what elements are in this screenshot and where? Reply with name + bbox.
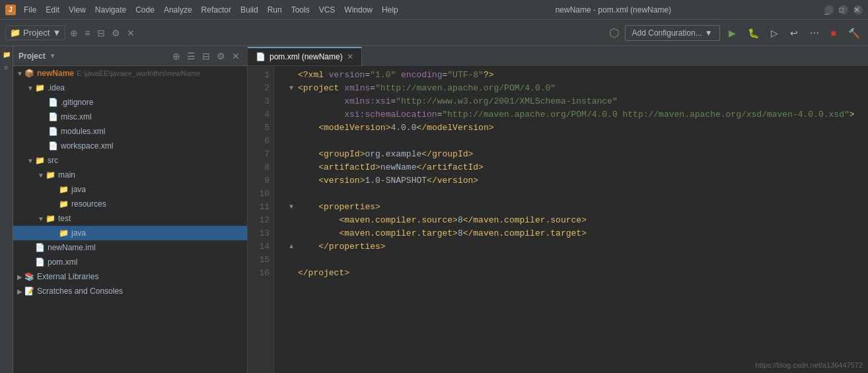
tree-add-icon[interactable]: ⊕ bbox=[68, 27, 80, 39]
menu-refactor[interactable]: Refactor bbox=[198, 4, 235, 16]
tree-test-java[interactable]: 📁 java bbox=[13, 226, 247, 240]
file-tree-header-left: Project ▼ bbox=[18, 51, 56, 61]
root-project-name: newName bbox=[37, 69, 74, 78]
fold-gutter-14[interactable]: ▲ bbox=[285, 240, 298, 254]
editor-tabs: 📄 pom.xml (newName) ✕ bbox=[248, 46, 868, 66]
tree-gitignore[interactable]: 📄 .gitignore bbox=[13, 95, 247, 110]
idea-folder-name: .idea bbox=[48, 83, 65, 92]
no-expand-icon bbox=[40, 127, 48, 135]
project-view-icon[interactable]: 📁 bbox=[1, 49, 12, 59]
src-folder-name: src bbox=[48, 156, 58, 165]
menu-file[interactable]: File bbox=[20, 4, 40, 16]
main-folder-icon: 📁 bbox=[45, 170, 55, 180]
menu-view[interactable]: View bbox=[65, 4, 90, 16]
tab-pom-label: pom.xml (newName) bbox=[270, 52, 343, 61]
pom-file-name: pom.xml bbox=[48, 257, 77, 267]
tree-iml-file[interactable]: 📄 newName.iml bbox=[13, 240, 247, 255]
modules-xml-icon: 📄 bbox=[48, 126, 58, 137]
main-content: 📁 ≡ Project ▼ ⊕ ☰ ⊟ ⚙ ✕ ▼ 📦 newName E:\j… bbox=[0, 46, 868, 373]
watermark-text: https://blog.csdn.net/a136447572 bbox=[755, 361, 863, 369]
tree-external-libraries[interactable]: ▶ 📚 External Libraries bbox=[13, 269, 247, 284]
tree-scratches[interactable]: ▶ 📝 Scratches and Consoles bbox=[13, 284, 247, 298]
code-line-10 bbox=[285, 187, 868, 201]
tree-gear-btn[interactable]: ⚙ bbox=[215, 50, 227, 62]
project-label-text: Project bbox=[23, 28, 50, 38]
code-line-4: xsi:schemaLocation="http://maven.apache.… bbox=[285, 108, 868, 121]
main-toolbar: 📁 Project ▼ ⊕ ≡ ⊟ ⚙ ✕ ⬡ Add Configuratio… bbox=[0, 20, 868, 46]
tree-workspace-xml[interactable]: 📄 workspace.xml bbox=[13, 139, 247, 153]
no-expand-icon bbox=[50, 200, 58, 208]
src-folder-icon: 📁 bbox=[34, 155, 45, 166]
tree-settings-icon[interactable]: ⚙ bbox=[110, 27, 122, 39]
menu-build[interactable]: Build bbox=[236, 4, 262, 16]
no-expand-icon bbox=[40, 113, 48, 121]
build-button[interactable]: 🔨 bbox=[845, 26, 863, 40]
code-line-14: ▲ </properties> bbox=[285, 240, 868, 254]
menu-analyze[interactable]: Analyze bbox=[160, 4, 196, 16]
close-button[interactable]: ✕ bbox=[853, 5, 863, 15]
code-line-12: <maven.compiler.source>8</maven.compiler… bbox=[285, 214, 868, 227]
run-button[interactable]: ▶ bbox=[725, 26, 739, 40]
profile-button[interactable]: ↩ bbox=[787, 26, 801, 40]
test-folder-icon: 📁 bbox=[45, 213, 55, 224]
menu-code[interactable]: Code bbox=[131, 4, 159, 16]
coverage-button[interactable]: ▷ bbox=[768, 26, 781, 40]
code-editor[interactable]: 1 2 3 4 5 6 7 8 9 10 11 12 13 14 15 16 bbox=[248, 66, 868, 373]
code-text-5: <modelVersion>4.0.0</modelVersion> bbox=[298, 121, 494, 135]
tree-collapse-icon[interactable]: ⊟ bbox=[95, 27, 107, 39]
java-folder-icon: 📁 bbox=[58, 184, 69, 195]
project-dropdown-arrow: ▼ bbox=[50, 52, 56, 59]
menu-run[interactable]: Run bbox=[264, 4, 286, 16]
title-bar-controls: _ □ ✕ bbox=[824, 5, 863, 15]
menu-vcs[interactable]: VCS bbox=[315, 4, 340, 16]
menu-tools[interactable]: Tools bbox=[287, 4, 314, 16]
toolbar-left: 📁 Project ▼ ⊕ ≡ ⊟ ⚙ ✕ bbox=[5, 25, 137, 40]
add-config-label: Add Configuration... bbox=[632, 28, 702, 38]
test-java-folder-icon: 📁 bbox=[58, 228, 69, 238]
tree-main-resources[interactable]: 📁 resources bbox=[13, 197, 247, 211]
code-text-2: <project xmlns="http://maven.apache.org/… bbox=[298, 82, 556, 95]
menu-window[interactable]: Window bbox=[340, 4, 377, 16]
structure-icon[interactable]: ≡ bbox=[1, 62, 12, 73]
code-line-1: <?xml version="1.0" encoding="UTF-8"?> bbox=[285, 69, 868, 82]
tree-modules-xml[interactable]: 📄 modules.xml bbox=[13, 124, 247, 139]
add-configuration-button[interactable]: Add Configuration... ▼ bbox=[625, 25, 720, 41]
tree-main-java[interactable]: 📁 java bbox=[13, 182, 247, 197]
code-content[interactable]: <?xml version="1.0" encoding="UTF-8"?> ▼… bbox=[274, 66, 868, 373]
minimize-button[interactable]: _ bbox=[824, 5, 834, 15]
expand-src-icon: ▼ bbox=[26, 156, 34, 164]
tree-root-node[interactable]: ▼ 📦 newName E:\javaEE\javaee_work\thrs\n… bbox=[13, 66, 247, 81]
tree-close-icon[interactable]: ✕ bbox=[125, 27, 137, 39]
tree-close-btn[interactable]: ✕ bbox=[230, 50, 242, 62]
fold-gutter-11[interactable]: ▼ bbox=[285, 201, 298, 214]
tab-close-button[interactable]: ✕ bbox=[347, 52, 353, 61]
title-bar: J File Edit View Navigate Code Analyze R… bbox=[0, 0, 868, 20]
tab-pom-xml[interactable]: 📄 pom.xml (newName) ✕ bbox=[248, 47, 362, 65]
tree-collapse-btn[interactable]: ⊟ bbox=[200, 50, 212, 62]
tree-test-folder[interactable]: ▼ 📁 test bbox=[13, 211, 247, 226]
fold-gutter-2[interactable]: ▼ bbox=[285, 82, 298, 95]
menu-navigate[interactable]: Navigate bbox=[91, 4, 130, 16]
window-title: newName - pom.xml (newName) bbox=[556, 5, 671, 15]
tree-list-btn[interactable]: ☰ bbox=[185, 50, 198, 62]
maximize-button[interactable]: □ bbox=[839, 5, 848, 15]
debug-button[interactable]: 🐛 bbox=[744, 26, 762, 40]
tree-pom-file[interactable]: 📄 pom.xml bbox=[13, 255, 247, 269]
tree-expand-icon[interactable]: ≡ bbox=[83, 27, 92, 39]
line-numbers-gutter: 1 2 3 4 5 6 7 8 9 10 11 12 13 14 15 16 bbox=[248, 66, 274, 373]
folder-icon: 📁 bbox=[10, 28, 20, 38]
project-dropdown[interactable]: 📁 Project ▼ bbox=[5, 25, 65, 40]
no-expand-icon bbox=[26, 258, 34, 266]
title-bar-left: J File Edit View Navigate Code Analyze R… bbox=[5, 4, 402, 16]
menu-edit[interactable]: Edit bbox=[42, 4, 63, 16]
tree-main-folder[interactable]: ▼ 📁 main bbox=[13, 168, 247, 182]
more-button[interactable]: ⋯ bbox=[807, 26, 822, 40]
menu-help[interactable]: Help bbox=[378, 4, 402, 16]
no-expand-icon bbox=[40, 98, 48, 106]
tree-src-folder[interactable]: ▼ 📁 src bbox=[13, 153, 247, 168]
test-java-name: java bbox=[71, 228, 86, 238]
tree-idea-folder[interactable]: ▼ 📁 .idea bbox=[13, 81, 247, 95]
tree-add-btn[interactable]: ⊕ bbox=[170, 50, 182, 62]
tree-misc-xml[interactable]: 📄 misc.xml bbox=[13, 110, 247, 124]
stop-button[interactable]: ■ bbox=[828, 26, 840, 40]
